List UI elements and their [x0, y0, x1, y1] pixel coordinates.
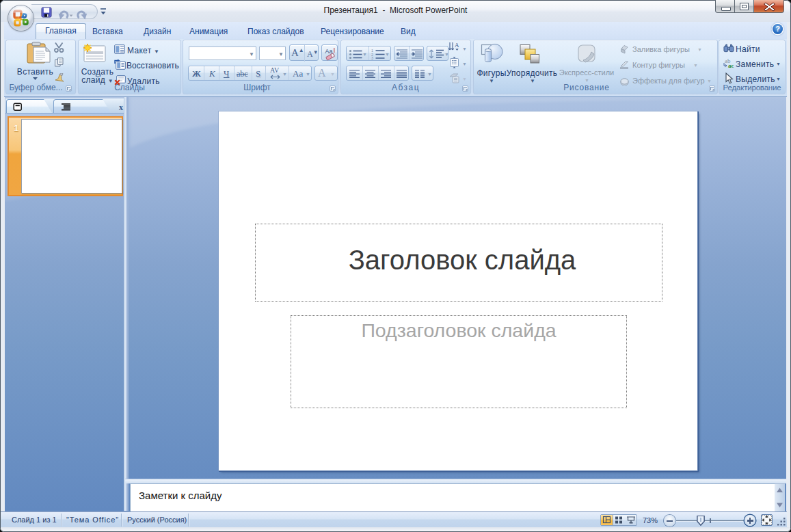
svg-text:3: 3 — [371, 56, 373, 59]
svg-text:A: A — [455, 42, 459, 49]
svg-text:Аа: Аа — [325, 48, 333, 55]
svg-text:ac: ac — [728, 62, 734, 68]
